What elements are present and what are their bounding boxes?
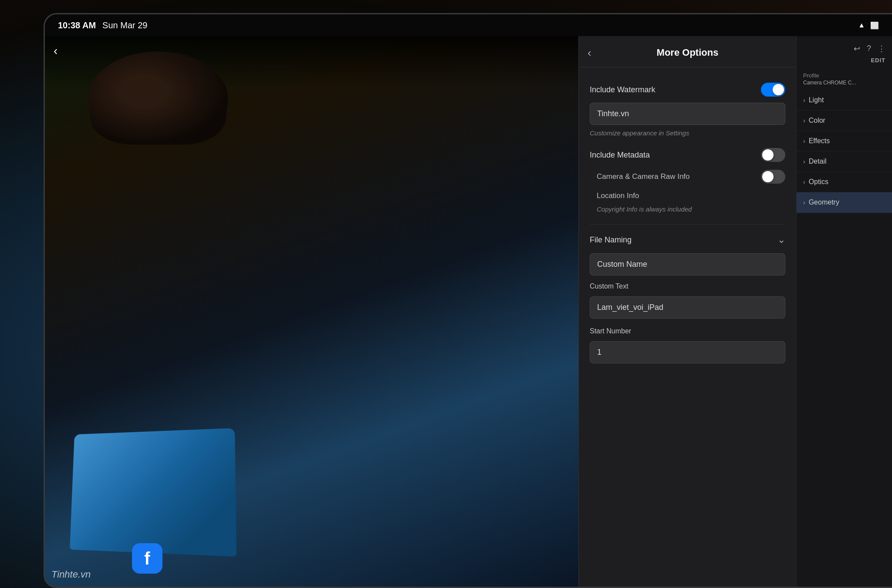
sidebar-item-light-chevron: › — [803, 97, 805, 104]
edit-label: EDIT — [797, 57, 892, 68]
file-naming-field[interactable] — [597, 260, 778, 269]
facebook-icon: f — [132, 543, 162, 574]
sidebar-items: ›Light›Color›Effects›Detail›Optics›Geome… — [797, 90, 892, 587]
more-icon[interactable]: ⋮ — [878, 44, 885, 54]
sidebar-item-geometry[interactable]: ›Geometry — [797, 192, 892, 213]
custom-text-input[interactable] — [590, 296, 785, 319]
sidebar-item-effects[interactable]: ›Effects — [797, 131, 892, 151]
camera-raw-info-row: Camera & Camera Raw Info — [590, 165, 785, 187]
wifi-icon: ▲ — [858, 21, 865, 29]
file-naming-label: File Naming — [590, 235, 632, 245]
photo-area: f ‹ Tinhte.vn — [45, 36, 578, 587]
sidebar-item-optics-label: Optics — [809, 178, 828, 186]
sidebar-item-effects-label: Effects — [809, 137, 830, 145]
sidebar-item-light[interactable]: ›Light — [797, 90, 892, 111]
tablet-frame: 10:38 AM Sun Mar 29 ▲ ⬜ f ‹ — [44, 13, 892, 588]
camera-raw-toggle[interactable] — [761, 170, 785, 184]
file-naming-chevron: ⌄ — [777, 234, 785, 245]
start-number-input[interactable] — [590, 341, 785, 363]
sidebar-item-detail-chevron: › — [803, 158, 805, 165]
sidebar-item-light-label: Light — [809, 96, 824, 104]
photo-watermark: Tinhte.vn — [51, 569, 91, 580]
sidebar-item-detail[interactable]: ›Detail — [797, 151, 892, 172]
panel-back-button[interactable]: ‹ — [588, 46, 591, 60]
back-to-photos-button[interactable]: ‹ — [54, 44, 57, 58]
main-area: f ‹ Tinhte.vn ‹ More Options Include Wat… — [45, 36, 892, 587]
watermark-hint: Customize appearance in Settings — [590, 129, 785, 137]
status-date: Sun Mar 29 — [102, 20, 147, 30]
sidebar-item-effects-chevron: › — [803, 138, 805, 144]
include-metadata-toggle[interactable] — [761, 148, 785, 162]
profile-section: Profile Camera CHROME C... — [797, 68, 892, 90]
file-naming-input[interactable] — [590, 253, 785, 276]
start-number-field[interactable] — [597, 348, 778, 357]
profile-label: Profile — [803, 72, 885, 79]
sidebar-top-controls: ↩ ? ⋮ — [797, 40, 892, 57]
panel-title: More Options — [657, 47, 719, 58]
help-icon[interactable]: ? — [867, 44, 871, 54]
include-metadata-row: Include Metadata — [590, 144, 785, 165]
location-info-row: Location Info — [590, 187, 785, 204]
sidebar-item-detail-label: Detail — [809, 158, 827, 165]
profile-value: Camera CHROME C... — [803, 80, 885, 86]
blue-bag — [70, 428, 237, 556]
include-watermark-toggle[interactable] — [761, 83, 785, 97]
metadata-toggle-knob — [762, 149, 774, 161]
divider-1 — [590, 224, 785, 225]
status-icons: ▲ ⬜ — [858, 21, 879, 30]
include-watermark-label: Include Watermark — [590, 85, 655, 94]
sidebar-item-geometry-chevron: › — [803, 199, 805, 206]
sidebar-item-color[interactable]: ›Color — [797, 111, 892, 131]
panel-header: ‹ More Options — [579, 36, 796, 67]
watermark-input-field[interactable] — [597, 109, 778, 118]
status-bar: 10:38 AM Sun Mar 29 ▲ ⬜ — [45, 14, 892, 36]
undo-icon[interactable]: ↩ — [854, 44, 860, 54]
panel-body: Include Watermark Customize appearance i… — [579, 67, 796, 587]
watermark-text-input[interactable] — [590, 103, 785, 125]
copyright-hint: Copyright Info is always included — [590, 205, 785, 213]
location-info-label: Location Info — [597, 192, 639, 200]
sidebar-item-color-label: Color — [809, 117, 825, 124]
camera-raw-info-label: Camera & Camera Raw Info — [597, 172, 690, 181]
more-options-panel: ‹ More Options Include Watermark Customi… — [578, 36, 796, 587]
toggle-knob — [773, 84, 784, 95]
custom-text-field[interactable] — [597, 303, 778, 312]
include-watermark-row: Include Watermark — [590, 78, 785, 100]
start-number-label: Start Number — [590, 327, 785, 335]
file-naming-row[interactable]: File Naming ⌄ — [590, 229, 785, 251]
sidebar-item-geometry-label: Geometry — [809, 198, 839, 206]
sidebar-item-optics[interactable]: ›Optics — [797, 172, 892, 192]
sidebar-item-color-chevron: › — [803, 117, 805, 124]
right-sidebar: ↩ ? ⋮ EDIT Profile Camera CHROME C... ›L… — [796, 36, 892, 587]
camera-raw-toggle-knob — [762, 171, 774, 182]
sidebar-item-optics-chevron: › — [803, 178, 805, 185]
battery-icon: ⬜ — [870, 21, 879, 30]
status-time: 10:38 AM — [58, 20, 96, 30]
custom-text-label: Custom Text — [590, 282, 785, 290]
include-metadata-label: Include Metadata — [590, 151, 650, 160]
